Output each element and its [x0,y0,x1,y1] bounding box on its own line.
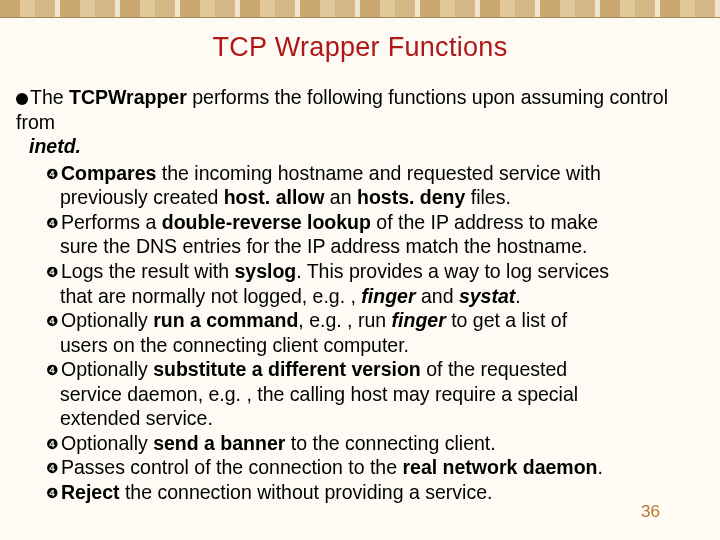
list-item: ❹Passes control of the connection to the… [46,455,704,480]
text-plain: that are normally not logged, e.g. , [60,285,361,307]
item-line-2: service daemon, e.g. , the calling host … [46,382,704,407]
sub-bullet-icon: ❹ [46,460,59,478]
text-plain: an [324,186,357,208]
text-b: Reject [61,481,120,503]
list-item: ❹Logs the result with syslog. This provi… [46,259,704,308]
text-plain: Performs a [61,211,162,233]
text-plain: files. [465,186,511,208]
text-plain: extended service. [60,407,213,429]
text-plain: to get a list of [446,309,567,331]
list-item: ❹Reject the connection without providing… [46,480,704,505]
text-b: substitute a different version [153,358,421,380]
text-plain: the connection without providing a servi… [120,481,493,503]
item-line-1: ❹Reject the connection without providing… [46,480,704,505]
text-plain: , e.g. , run [298,309,391,331]
item-line-1: ❹Logs the result with syslog. This provi… [46,259,704,284]
text-b: syslog [234,260,296,282]
item-line-1: ❹Performs a double-reverse lookup of the… [46,210,704,235]
sub-bullet-icon: ❹ [46,362,59,380]
text-b: double-reverse lookup [162,211,371,233]
text-plain: . This provides a way to log services [296,260,609,282]
text-plain: and [416,285,459,307]
text-b: host. allow [224,186,325,208]
decorative-top-border [0,0,720,18]
item-line-1: ❹Optionally substitute a different versi… [46,357,704,382]
item-line-1: ❹Passes control of the connection to the… [46,455,704,480]
list-item: ❹Compares the incoming hostname and requ… [46,161,704,210]
item-line-2: users on the connecting client computer. [46,333,704,358]
text-plain: Passes control of the connection to the [61,456,402,478]
text-b: hosts. deny [357,186,465,208]
sub-bullet-icon: ❹ [46,215,59,233]
text-plain: . [598,456,603,478]
text-plain: . [515,285,520,307]
sub-bullet-icon: ❹ [46,485,59,503]
intro-paragraph: The TCPWrapper performs the following fu… [16,85,704,159]
text-plain: Optionally [61,358,153,380]
sub-bullet-icon: ❹ [46,436,59,454]
text-plain: to the connecting client. [285,432,495,454]
item-line-1: ❹Optionally run a command, e.g. , run fi… [46,308,704,333]
text-plain: Optionally [61,432,153,454]
item-line-1: ❹Compares the incoming hostname and requ… [46,161,704,186]
item-line-2: that are normally not logged, e.g. , fin… [46,284,704,309]
text-plain: previously created [60,186,224,208]
text-b: run a command [153,309,298,331]
item-line-3: extended service. [46,406,704,431]
sub-list: ❹Compares the incoming hostname and requ… [16,161,704,505]
text-plain: of the IP address to make [371,211,598,233]
text-bi: finger [361,285,415,307]
text-bi: finger [392,309,446,331]
text-plain: Optionally [61,309,153,331]
text-plain: Logs the result with [61,260,234,282]
sub-bullet-icon: ❹ [46,264,59,282]
text-plain: the incoming hostname and requested serv… [156,162,600,184]
intro-term2: inetd. [29,135,81,157]
list-item: ❹Performs a double-reverse lookup of the… [46,210,704,259]
slide-title: TCP Wrapper Functions [0,32,720,63]
sub-bullet-icon: ❹ [46,166,59,184]
text-plain: of the requested [421,358,567,380]
item-line-1: ❹Optionally send a banner to the connect… [46,431,704,456]
text-b: real network daemon [402,456,597,478]
intro-text-pre: The [30,86,69,108]
slide-content: The TCPWrapper performs the following fu… [0,85,720,505]
list-item: ❹Optionally send a banner to the connect… [46,431,704,456]
list-item: ❹Optionally run a command, e.g. , run fi… [46,308,704,357]
text-plain: sure the DNS entries for the IP address … [60,235,588,257]
text-plain: service daemon, e.g. , the calling host … [60,383,578,405]
circle-bullet-icon [16,93,28,105]
text-plain: users on the connecting client computer. [60,334,409,356]
item-line-2: previously created host. allow an hosts.… [46,185,704,210]
intro-term: TCPWrapper [69,86,187,108]
text-b: Compares [61,162,156,184]
text-b: send a banner [153,432,285,454]
text-bi: systat [459,285,515,307]
list-item: ❹Optionally substitute a different versi… [46,357,704,431]
sub-bullet-icon: ❹ [46,313,59,331]
item-line-2: sure the DNS entries for the IP address … [46,234,704,259]
page-number: 36 [641,502,660,522]
